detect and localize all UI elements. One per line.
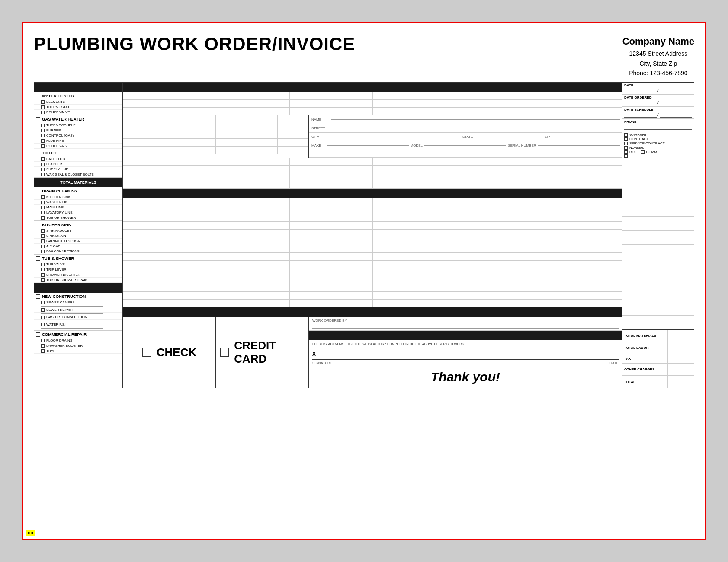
item-flapper: FLAPPER (34, 162, 122, 167)
date-field: DATE / (622, 83, 694, 95)
checkbox-gwh[interactable] (36, 117, 40, 121)
item-kitchen-sink-dc: KITCHEN SINK (34, 195, 122, 200)
total-labor-value[interactable] (668, 342, 694, 354)
total-materials-row: TOTAL MATERIALS (622, 330, 694, 342)
item-elements: ELEMENTS (34, 99, 122, 105)
section-toilet: TOILET BALL COCK FLAPPER SUPPLY LINE WAX… (34, 149, 122, 178)
cb-elements[interactable] (41, 100, 45, 104)
item-lavatory-line: LAVATORY LINE (34, 210, 122, 215)
item-tub-valve: TUB VALVE (34, 262, 122, 267)
section-header-ts: TUB & SHOWER (34, 255, 122, 262)
customer-fields: NAME STREET CITY STATE ZIP (309, 115, 622, 158)
cb-relief-valve-wh[interactable] (41, 111, 45, 114)
section-header-toilet: TOILET (34, 149, 122, 156)
section-new-construction: NEW CONSTRUCTION SEWER CAMERA SEWER REPA… (34, 293, 122, 331)
item-flue-pipe: FLUE PIPE (34, 138, 122, 144)
black-header-middle (123, 83, 622, 92)
serial-input[interactable] (538, 145, 620, 146)
section-water-heater: WATER HEATER ELEMENTS THERMOSTAT RELIEF … (34, 92, 122, 115)
field-name: NAME (309, 115, 622, 124)
model-input[interactable] (424, 145, 507, 146)
item-control-gas: CONTROL (GAS) (34, 133, 122, 138)
section-header-drain: DRAIN CLEANING (34, 187, 122, 195)
zip-input[interactable] (552, 137, 620, 137)
other-charges-value[interactable] (668, 364, 694, 375)
right-column: DATE / DATE ORDERED / DATE SCHEDULE (622, 83, 694, 388)
options-section: WARRANTY CONTRACT SERVICE CONTRACT NORMA… (622, 131, 694, 160)
item-trap: TRAP (34, 348, 122, 354)
checkbox-check[interactable] (142, 348, 151, 357)
tax-value[interactable] (668, 354, 694, 363)
item-tub-shower-dc: TUB OR SHOWER (34, 215, 122, 220)
total-value[interactable] (668, 376, 694, 388)
divider-2 (41, 313, 103, 314)
sig-line (312, 359, 619, 360)
name-input[interactable] (331, 119, 620, 120)
total-materials-value[interactable] (668, 330, 694, 342)
acknowledge-text: I HEREBY ACKNOWLEDGE THE SATISFACTORY CO… (309, 340, 622, 348)
work-ordered-input[interactable] (312, 323, 619, 329)
check-label: CHECK (142, 346, 196, 359)
total-materials-middle (123, 189, 622, 198)
item-relief-valve-gwh: RELIEF VALVE (34, 144, 122, 149)
phone-field: PHONE (622, 119, 694, 131)
total-labor-row: TOTAL LABOR (622, 342, 694, 354)
bottom-area: CHECK CREDIT CARD (123, 317, 622, 388)
credit-card-payment: CREDIT CARD (216, 317, 308, 388)
section-drain-cleaning: DRAIN CLEANING KITCHEN SINK WASHER LINE … (34, 187, 122, 221)
top-grid-area (123, 92, 622, 115)
header: PLUMBING WORK ORDER/INVOICE Company Name… (34, 34, 694, 78)
black-bar-2 (34, 283, 122, 293)
sig-date-labels: SIGNATURE DATE (312, 361, 619, 365)
item-water-psi: WATER P.S.I. (34, 322, 122, 327)
company-info: Company Name 12345 Street Address City, … (622, 34, 694, 78)
signature-area: WORK ORDERED BY I HEREBY ACKNOWLEDGE THE… (309, 317, 622, 388)
left-column: WATER HEATER ELEMENTS THERMOSTAT RELIEF … (34, 83, 123, 388)
divider-1 (41, 306, 103, 307)
drain-rows (123, 198, 622, 237)
item-sewer-camera: SEWER CAMERA (34, 300, 122, 305)
right-spacer (622, 160, 694, 329)
item-washer-line: WASHER LINE (34, 200, 122, 205)
item-relief-valve-wh: RELIEF VALVE (34, 110, 122, 115)
gwh-rows: NAME STREET CITY STATE ZIP (123, 115, 622, 158)
date-schedule-field: DATE SCHEDULE / (622, 107, 694, 119)
tax-row: TAX (622, 354, 694, 364)
field-city-state-zip: CITY STATE ZIP (309, 133, 622, 141)
invoice-grid: WATER HEATER ELEMENTS THERMOSTAT RELIEF … (34, 82, 694, 388)
item-garbage-disposal: GARBAGE DISPOSAL (34, 239, 122, 244)
item-supply-line: SUPPLY LINE (34, 167, 122, 172)
city-input[interactable] (324, 137, 461, 137)
item-sink-drain: SINK DRAIN (34, 233, 122, 239)
check-payment: CHECK (123, 317, 216, 388)
black-header-left (34, 83, 122, 92)
field-street: STREET (309, 124, 622, 133)
company-address: 12345 Street Address (622, 49, 694, 58)
cb-thermostat[interactable] (41, 105, 45, 109)
section-commercial-repair: COMMERCIAL REPAIR FLOOR DRAINS D/WASHER … (34, 331, 122, 354)
state-input[interactable] (475, 137, 543, 137)
make-input[interactable] (327, 145, 409, 146)
item-main-line: MAIN LINE (34, 205, 122, 210)
street-input[interactable] (331, 128, 620, 128)
item-sink-fauccet: SINK FAUCCET (34, 228, 122, 233)
cc-label: CREDIT CARD (220, 339, 304, 366)
item-floor-drains: FLOOR DRAINS (34, 338, 122, 343)
section-header-water-heater: WATER HEATER (34, 92, 122, 99)
company-name: Company Name (622, 34, 694, 49)
work-ordered-by: WORK ORDERED BY (309, 317, 622, 331)
item-shower-diverter: SHOWER DIVERTER (34, 272, 122, 278)
item-sewer-repair: SEWER REPAIR (34, 307, 122, 313)
phone-input[interactable] (624, 124, 692, 130)
checkbox-cc[interactable] (220, 348, 229, 357)
checkbox-water-heater[interactable] (36, 94, 40, 98)
total-row: TOTAL (622, 376, 694, 388)
sig-line-area: X SIGNATURE DATE (309, 348, 622, 366)
payment-left: CHECK CREDIT CARD (123, 317, 309, 388)
item-trip-lever: TRIP LEVER (34, 267, 122, 272)
date-ordered-field: DATE ORDERED / (622, 95, 694, 107)
company-city: City, State Zip (622, 59, 694, 68)
section-kitchen-sink: KITCHEN SINK SINK FAUCCET SINK DRAIN GAR… (34, 221, 122, 255)
toilet-rows (123, 158, 622, 189)
item-air-gap: AIR GAP (34, 244, 122, 249)
